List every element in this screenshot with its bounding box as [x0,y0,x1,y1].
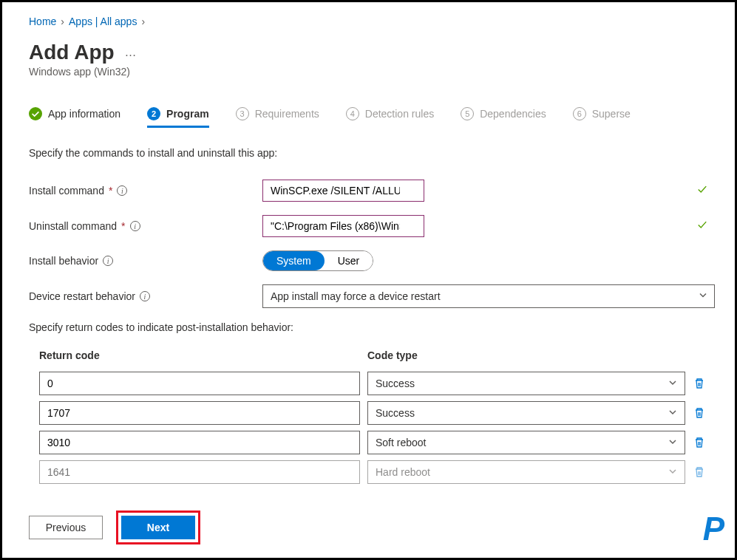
next-button[interactable]: Next [121,516,195,539]
info-icon[interactable]: i [103,256,113,266]
tab-label: Detection rules [365,108,434,120]
code-type-select[interactable]: Hard reboot [367,460,685,484]
chevron-down-icon [668,407,677,419]
code-type-select[interactable]: Success [367,372,685,395]
tab-supersedence[interactable]: 6 Superse [573,107,631,126]
install-behavior-label: Install behavior [29,255,98,267]
code-type-value: Success [376,378,415,389]
tab-label: Superse [592,108,631,120]
commands-description: Specify the commands to install and unin… [29,147,735,159]
required-asterisk: * [109,185,112,197]
step-number-icon: 6 [573,107,586,120]
install-command-input[interactable] [262,180,424,202]
next-button-highlight: Next [116,511,200,544]
tab-label: Dependencies [480,108,546,120]
return-code-header: Return code [39,349,367,361]
code-type-value: Success [376,407,415,419]
behavior-system-button[interactable]: System [263,251,325,270]
return-code-row: Success [29,401,735,425]
delete-row-icon[interactable] [693,466,706,478]
check-circle-icon [29,107,42,120]
chevron-right-icon: › [61,16,64,27]
restart-behavior-value: App install may force a device restart [271,290,441,302]
wizard-tabs: App information 2 Program 3 Requirements… [29,107,735,126]
install-command-label: Install command [29,185,104,197]
return-code-input[interactable] [39,372,360,395]
code-type-select[interactable]: Soft reboot [367,431,685,454]
delete-row-icon[interactable] [693,378,706,389]
uninstall-command-label: Uninstall command [29,220,117,232]
breadcrumb: Home › Apps | All apps › [29,16,735,27]
page-title: Add App [29,41,115,64]
behavior-user-button[interactable]: User [325,251,373,270]
tab-detection-rules[interactable]: 4 Detection rules [346,107,434,126]
return-code-input[interactable] [39,431,360,454]
install-behavior-toggle: System User [262,250,373,271]
info-icon[interactable]: i [117,185,127,196]
code-type-header: Code type [367,349,418,361]
step-number-icon: 3 [236,107,249,120]
tab-requirements[interactable]: 3 Requirements [236,107,319,126]
step-number-icon: 2 [147,107,160,120]
code-type-value: Hard reboot [376,466,430,478]
tab-label: App information [48,108,120,120]
tab-label: Requirements [255,108,319,120]
chevron-right-icon: › [141,16,145,27]
tab-program[interactable]: 2 Program [147,107,209,126]
previous-button[interactable]: Previous [29,516,103,539]
step-number-icon: 4 [346,107,359,120]
step-number-icon: 5 [461,107,474,120]
return-code-input[interactable] [39,460,360,484]
return-code-row: Soft reboot [29,431,735,454]
delete-row-icon[interactable] [693,407,706,419]
chevron-down-icon [668,378,677,389]
wizard-footer: Previous Next [29,511,200,544]
breadcrumb-apps[interactable]: Apps | All apps [69,16,137,27]
checkmark-icon [697,220,707,233]
tab-label: Program [166,108,209,120]
info-icon[interactable]: i [130,221,140,231]
restart-behavior-label: Device restart behavior [29,290,135,302]
code-type-value: Soft reboot [376,437,427,448]
tab-app-information[interactable]: App information [29,107,120,126]
return-code-input[interactable] [39,401,360,425]
chevron-down-icon [668,437,677,448]
required-asterisk: * [121,220,125,232]
restart-behavior-select[interactable]: App install may force a device restart [262,284,715,308]
checkmark-icon [697,185,707,197]
more-options-icon[interactable]: … [125,46,137,59]
brand-watermark-icon: P [703,511,724,547]
return-code-row: Success [29,372,735,395]
breadcrumb-home[interactable]: Home [29,16,56,27]
tab-dependencies[interactable]: 5 Dependencies [461,107,546,126]
return-codes-description: Specify return codes to indicate post-in… [29,321,735,333]
info-icon[interactable]: i [140,291,150,301]
return-code-row: Hard reboot [29,460,735,484]
chevron-down-icon [668,466,677,478]
page-subtitle: Windows app (Win32) [29,66,735,78]
uninstall-command-input[interactable] [262,215,424,237]
code-type-select[interactable]: Success [367,401,685,425]
delete-row-icon[interactable] [693,437,706,448]
